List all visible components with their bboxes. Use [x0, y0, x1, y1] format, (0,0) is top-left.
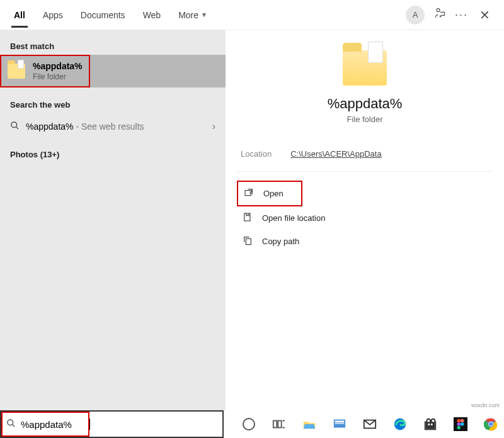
svg-rect-5 [246, 239, 251, 244]
open-action[interactable]: Open [238, 182, 301, 205]
open-file-location-action[interactable]: Open file location [237, 206, 493, 230]
search-input[interactable]: %appdata% [0, 410, 224, 438]
svg-line-7 [12, 424, 14, 427]
location-row: Location C:\Users\ACER\AppData [237, 149, 493, 172]
main-content: Best match %appdata% File folder Search … [0, 30, 504, 410]
taskbar-icons [224, 417, 504, 432]
header-actions: A ··· ✕ [406, 6, 499, 25]
text-cursor [89, 418, 90, 430]
svg-point-24 [461, 422, 464, 426]
results-panel: Best match %appdata% File folder Search … [0, 30, 226, 410]
folder-icon [343, 50, 387, 86]
preview-icon-wrap [237, 50, 493, 86]
feedback-icon[interactable] [433, 7, 446, 23]
tab-list: All Apps Documents Web More ▼ [5, 3, 216, 28]
figma-icon[interactable] [453, 417, 468, 432]
svg-point-22 [461, 419, 464, 423]
svg-rect-4 [244, 213, 250, 221]
avatar[interactable]: A [406, 6, 425, 25]
web-suffix: - See web results [74, 121, 144, 132]
chevron-right-icon: › [212, 121, 215, 132]
open-icon [243, 188, 255, 199]
preview-panel: %appdata% File folder Location C:\Users\… [226, 30, 504, 410]
mail-icon[interactable] [362, 417, 377, 432]
location-icon [242, 212, 253, 224]
svg-point-25 [457, 426, 461, 430]
store-icon[interactable] [423, 417, 438, 432]
chevron-down-icon: ▼ [201, 11, 207, 18]
search-web-header: Search the web [0, 96, 226, 113]
web-term: %appdata% [26, 121, 74, 132]
chrome-icon[interactable] [483, 417, 498, 432]
preview-title: %appdata% [237, 96, 493, 112]
task-view-icon[interactable] [272, 417, 287, 432]
tab-web[interactable]: Web [134, 3, 170, 28]
svg-rect-8 [273, 421, 277, 428]
open-file-location-label: Open file location [262, 213, 325, 223]
svg-point-28 [489, 422, 493, 426]
close-icon[interactable]: ✕ [477, 8, 493, 23]
svg-point-6 [8, 420, 13, 425]
search-icon [10, 121, 20, 132]
action-list: Open Open file location Copy path [237, 181, 493, 253]
search-text: %appdata% [21, 419, 72, 430]
file-explorer-icon[interactable] [302, 417, 317, 432]
photos-header[interactable]: Photos (13+) [0, 146, 226, 163]
taskbar: %appdata% [0, 410, 504, 438]
tab-apps[interactable]: Apps [34, 3, 72, 28]
folder-icon [8, 64, 25, 79]
open-label: Open [263, 189, 284, 198]
highlight-annotation: %appdata% File folder [0, 55, 90, 87]
svg-rect-13 [335, 421, 345, 423]
copy-path-action[interactable]: Copy path [237, 230, 493, 253]
search-icon [6, 418, 16, 430]
svg-point-1 [11, 122, 17, 128]
preview-subtitle: File folder [237, 115, 493, 124]
watermark: wsxdn.com [469, 402, 501, 409]
svg-point-23 [457, 422, 461, 426]
svg-rect-9 [278, 421, 282, 428]
tab-documents[interactable]: Documents [72, 3, 134, 28]
result-subtitle: File folder [33, 72, 83, 81]
more-options-icon[interactable]: ··· [455, 8, 468, 21]
app-icon-1[interactable] [332, 417, 347, 432]
tab-more-label: More [178, 10, 198, 20]
svg-rect-17 [426, 422, 435, 429]
edge-icon[interactable] [392, 417, 408, 432]
web-result-text: %appdata% - See web results [26, 121, 206, 132]
copy-path-label: Copy path [262, 237, 299, 246]
location-value[interactable]: C:\Users\ACER\AppData [290, 149, 382, 159]
tab-more[interactable]: More ▼ [169, 3, 216, 28]
result-title: %appdata% [33, 61, 83, 71]
highlight-annotation: Open [237, 181, 302, 206]
svg-point-0 [437, 9, 440, 12]
preview-card: %appdata% File folder Location C:\Users\… [237, 42, 493, 253]
best-match-result[interactable]: %appdata% File folder [0, 55, 226, 87]
search-web-result[interactable]: %appdata% - See web results › [0, 113, 226, 140]
location-label: Location [241, 149, 272, 159]
copy-icon [242, 235, 253, 247]
svg-point-21 [457, 419, 461, 423]
best-match-header: Best match [0, 38, 226, 55]
tab-all[interactable]: All [5, 3, 34, 28]
svg-rect-19 [431, 424, 433, 425]
search-filter-tabs: All Apps Documents Web More ▼ A ··· ✕ [0, 0, 504, 30]
result-text: %appdata% File folder [33, 61, 83, 81]
cortana-icon[interactable] [241, 417, 256, 432]
svg-rect-14 [335, 423, 345, 424]
highlight-annotation: %appdata% [1, 412, 89, 437]
svg-line-2 [16, 126, 18, 129]
svg-rect-18 [428, 424, 430, 425]
